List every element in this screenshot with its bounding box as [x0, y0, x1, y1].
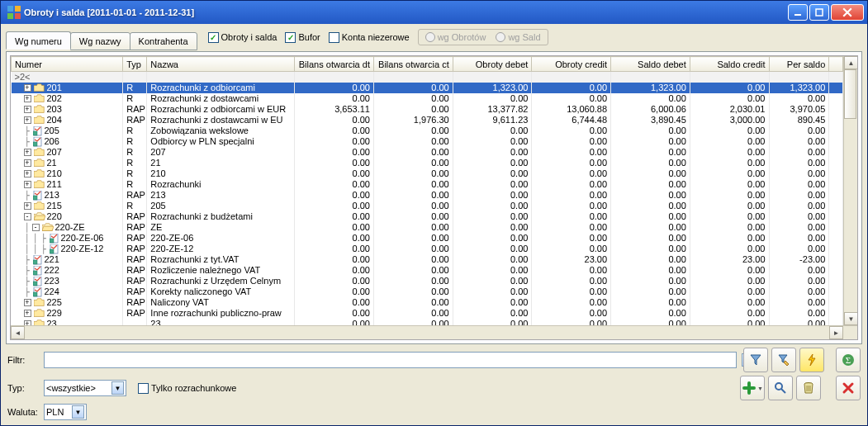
window: Obroty i salda [2011-01-01 - 2011-12-31]… — [0, 0, 868, 426]
document-icon — [33, 255, 43, 265]
table-row[interactable]: +207R2070.000.000.000.000.000.000.00 — [12, 147, 843, 158]
trash-icon — [802, 381, 815, 395]
table-header[interactable]: Numer Typ Nazwa Bilans otwarcia dt Bilan… — [12, 57, 843, 72]
trash-button[interactable] — [796, 376, 821, 400]
expand-toggle[interactable]: + — [24, 159, 31, 167]
folder-icon — [34, 116, 45, 125]
table-row[interactable]: ││├220-ZE-12RAP220-ZE-120.000.000.000.00… — [12, 244, 843, 254]
folder-icon — [34, 169, 45, 178]
expand-toggle[interactable]: + — [24, 95, 31, 102]
table-row[interactable]: +215R2050.000.000.000.000.000.000.00 — [12, 201, 843, 211]
expand-toggle[interactable]: - — [32, 224, 40, 231]
document-icon — [33, 126, 43, 136]
app-icon — [7, 6, 21, 19]
close-button[interactable] — [831, 4, 864, 21]
document-icon — [33, 191, 43, 201]
radio-wg-sald: wg Sald — [496, 32, 540, 42]
folder-open-icon — [42, 223, 54, 232]
plus-icon — [742, 381, 757, 395]
table-row[interactable]: ├213RAP2130.000.000.000.000.000.000.00 — [12, 190, 843, 201]
expand-toggle[interactable]: + — [24, 84, 31, 92]
folder-icon — [34, 105, 45, 114]
table-row[interactable]: +210R2100.000.000.000.000.000.000.00 — [12, 168, 843, 179]
svg-text:Σ: Σ — [846, 355, 851, 365]
expand-toggle[interactable]: + — [24, 170, 31, 178]
search-button[interactable] — [768, 376, 793, 400]
funnel-pencil-icon — [777, 353, 790, 367]
checkbox-konta-niezerowe[interactable]: Konta niezerowe — [329, 32, 410, 43]
expand-toggle[interactable]: + — [24, 202, 31, 210]
folder-icon — [34, 180, 45, 189]
table-row[interactable]: +21R210.000.000.000.000.000.000.00 — [12, 158, 843, 168]
filter-label: Filtr: — [7, 355, 40, 365]
magnifier-icon — [774, 381, 787, 395]
funnel-edit-button[interactable] — [771, 348, 796, 372]
tab-kontrahenta[interactable]: Kontrahenta — [130, 32, 197, 50]
svg-rect-7 — [816, 9, 823, 16]
currency-select[interactable]: PLN▼ — [44, 404, 87, 420]
document-icon — [33, 137, 43, 147]
document-icon — [33, 287, 43, 297]
table-row[interactable]: ││├220-ZE-06RAP220-ZE-060.000.000.000.00… — [12, 233, 843, 244]
table-row[interactable]: ├223RAPRozrachunki z Urzędem Celnym0.000… — [12, 276, 843, 286]
table-row[interactable]: +202RRozrachunki z dostawcami0.000.000.0… — [12, 93, 843, 104]
checkbox-obroty-salda[interactable]: ✓Obroty i salda — [208, 32, 277, 43]
table-row[interactable]: -220RAPRozrachunki z budżetami0.000.000.… — [12, 211, 843, 222]
scroll-down-button[interactable]: ▼ — [844, 312, 858, 325]
vertical-scrollbar[interactable]: ▲ ▼ — [843, 56, 857, 325]
funnel-icon — [749, 353, 762, 367]
table-row[interactable]: ├205RZobowiązania wekslowe0.000.000.000.… — [12, 125, 843, 136]
add-button[interactable]: ▼ — [740, 376, 765, 400]
expand-toggle[interactable]: + — [24, 310, 31, 317]
scroll-right-button[interactable]: ► — [829, 326, 843, 339]
filter-row[interactable]: >2< — [12, 72, 843, 83]
table-row[interactable]: ├224RAPKorekty naliczonego VAT0.000.000.… — [12, 286, 843, 297]
funnel-button[interactable] — [743, 348, 768, 372]
table-row[interactable]: ├222RAPRozliczenie należnego VAT0.000.00… — [12, 265, 843, 276]
expand-toggle[interactable]: + — [24, 106, 31, 113]
folder-icon — [34, 298, 45, 307]
table-row[interactable]: +225RAPNaliczony VAT0.000.000.000.000.00… — [12, 297, 843, 308]
table-row[interactable]: +211RRozrachunki0.000.000.000.000.000.00… — [12, 179, 843, 190]
maximize-button[interactable] — [809, 4, 829, 21]
table-row[interactable]: +23230.000.000.000.000.000.000.00 — [12, 319, 843, 325]
tab-nazwa[interactable]: Wg nazwy — [70, 32, 130, 50]
radio-group-mode: wg Obrotów wg Sald — [418, 29, 548, 45]
close-window-button[interactable] — [836, 376, 861, 400]
expand-toggle[interactable]: + — [24, 116, 31, 124]
table-row[interactable]: +229RAPInne rozrachunki publiczno-praw0.… — [12, 308, 843, 319]
type-select[interactable]: <wszystkie>▼ — [44, 380, 126, 396]
folder-icon — [34, 83, 45, 92]
table-row[interactable]: +201RRozrachunki z odbiorcami0.000.001,3… — [12, 83, 843, 93]
expand-toggle[interactable]: + — [24, 181, 31, 188]
table-row[interactable]: ├206ROdbiorcy w PLN specjalni0.000.000.0… — [12, 136, 843, 147]
expand-toggle[interactable]: + — [24, 149, 31, 156]
document-icon — [33, 277, 43, 286]
tab-numer[interactable]: Wg numeru — [6, 31, 71, 50]
folder-icon — [34, 201, 45, 211]
document-icon — [50, 234, 59, 244]
accounts-table[interactable]: Numer Typ Nazwa Bilans otwarcia dt Bilan… — [11, 56, 843, 325]
expand-toggle[interactable]: + — [24, 299, 31, 306]
table-row[interactable]: +204RAPRozrachunki z dostawcami w EU0.00… — [12, 115, 843, 125]
titlebar[interactable]: Obroty i salda [2011-01-01 - 2011-12-31] — [1, 1, 867, 24]
sum-button[interactable]: Σ — [836, 348, 861, 372]
checkbox-tylko-rozrachunkowe[interactable]: Tylko rozrachunkowe — [138, 383, 236, 394]
currency-label: Waluta: — [7, 407, 40, 417]
filter-input[interactable] — [44, 352, 737, 368]
x-icon — [842, 381, 855, 395]
document-icon — [33, 266, 43, 276]
scroll-left-button[interactable]: ◄ — [11, 326, 25, 339]
expand-toggle[interactable]: - — [24, 213, 31, 220]
table-row[interactable]: │-220-ZERAPZE0.000.000.000.000.000.000.0… — [12, 222, 843, 233]
folder-icon — [34, 309, 45, 318]
view-tabs: Wg numeru Wg nazwy Kontrahenta — [6, 31, 197, 50]
table-row[interactable]: +203RAPRozrachunki z odbiorcami w EUR3,6… — [12, 104, 843, 115]
scroll-up-button[interactable]: ▲ — [844, 56, 858, 69]
type-label: Typ: — [7, 383, 40, 393]
horizontal-scrollbar[interactable]: ◄ ► — [11, 325, 857, 339]
table-row[interactable]: ├221RAPRozrachunki z tyt.VAT0.000.000.00… — [12, 254, 843, 265]
checkbox-bufor[interactable]: ✓Bufor — [285, 32, 320, 43]
minimize-button[interactable] — [788, 4, 808, 21]
lightning-button[interactable] — [799, 348, 824, 372]
